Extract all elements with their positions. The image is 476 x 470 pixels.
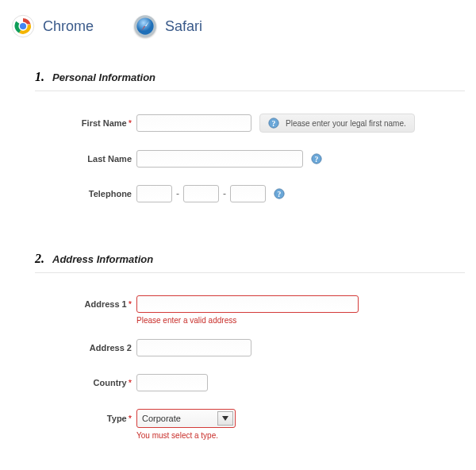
svg-text:?: ?	[278, 190, 282, 198]
dash: -	[176, 188, 179, 199]
label-address2: Address 2	[11, 343, 136, 352]
help-icon[interactable]: ?	[311, 153, 322, 164]
safari-label: Safari	[165, 18, 202, 35]
svg-text:?: ?	[272, 119, 276, 128]
section-personal-header: 1. Personal Information	[35, 70, 465, 91]
telephone-input-3[interactable]	[230, 185, 266, 202]
label-address1: Address 1*	[11, 299, 136, 309]
label-country: Country*	[11, 378, 136, 387]
chrome-icon	[11, 14, 35, 38]
section-number-1: 1.	[35, 70, 44, 84]
dash: -	[223, 188, 226, 199]
help-icon: ?	[268, 118, 279, 129]
telephone-input-2[interactable]	[183, 185, 219, 202]
first-name-tooltip: ? Please enter your legal first name.	[259, 114, 415, 133]
browser-chrome: Chrome	[11, 14, 94, 38]
address1-input[interactable]	[136, 295, 359, 313]
section-number-2: 2.	[35, 252, 44, 266]
telephone-input-1[interactable]	[136, 185, 172, 202]
label-last-name: Last Name	[11, 154, 136, 164]
type-selected-value: Corporate	[142, 414, 181, 423]
section-title-1: Personal Information	[52, 71, 155, 83]
label-telephone: Telephone	[11, 189, 136, 198]
section-address-header: 2. Address Information	[35, 252, 465, 273]
address1-error: Please enter a valid address	[136, 316, 465, 325]
safari-icon	[133, 14, 157, 38]
section-title-2: Address Information	[52, 253, 153, 265]
first-name-input[interactable]	[136, 114, 251, 132]
svg-marker-13	[222, 416, 228, 421]
type-select[interactable]: Corporate	[136, 409, 236, 428]
chrome-label: Chrome	[43, 18, 94, 35]
last-name-input[interactable]	[136, 150, 303, 168]
address2-input[interactable]	[136, 339, 251, 356]
chevron-down-icon	[217, 411, 233, 426]
svg-point-2	[20, 23, 26, 29]
label-type: Type*	[11, 414, 136, 423]
country-input[interactable]	[136, 374, 208, 391]
help-icon[interactable]: ?	[274, 188, 285, 199]
label-first-name: First Name*	[11, 118, 136, 128]
svg-text:?: ?	[315, 155, 319, 164]
browser-safari: Safari	[133, 14, 202, 38]
type-error: You must select a type.	[136, 431, 465, 440]
